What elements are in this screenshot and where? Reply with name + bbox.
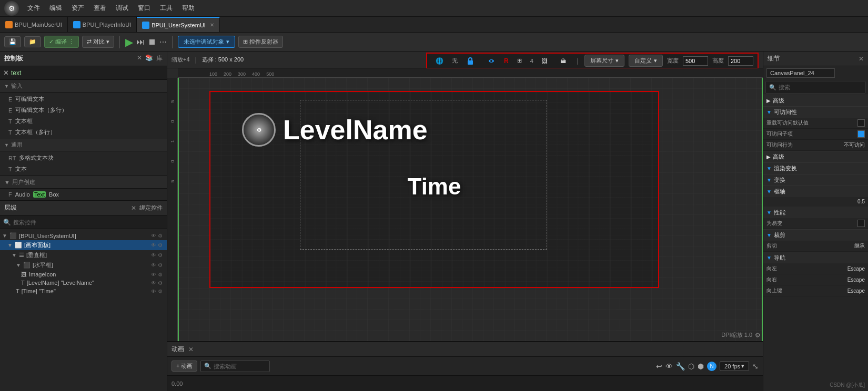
widget-textbox-multi[interactable]: T 文本框（多行） — [0, 127, 167, 138]
tab-mainuserui[interactable]: BPUI_MainUserUI — [0, 17, 68, 32]
tab-playerinfoui[interactable]: BPUI_PlayerInfoUI — [68, 17, 137, 32]
red-widget-frame[interactable]: ⚙ LevelName Time — [209, 91, 659, 288]
tree-icon-time: T — [16, 288, 19, 294]
widget-text[interactable]: T 文本 — [0, 163, 167, 174]
ctrl-btn-5[interactable]: ⬢ — [698, 362, 704, 371]
ctrl-btn-3[interactable]: 🔧 — [676, 362, 685, 371]
fps-button[interactable]: 20 fps ▾ — [720, 361, 749, 371]
play-button[interactable]: ▶ — [125, 36, 133, 48]
details-section-perf-header[interactable]: ▼ 性能 — [763, 207, 868, 218]
details-section-accessibility-header[interactable]: ▼ 可访问性 — [763, 107, 868, 118]
image-button[interactable]: 🖼 — [538, 56, 552, 66]
title-menu[interactable]: 文件 编辑 资产 查看 调试 窗口 工具 帮助 — [23, 3, 199, 14]
perf-checkbox[interactable] — [857, 220, 865, 227]
tree-actions-canvas[interactable]: 👁 ⚙ — [151, 242, 163, 248]
custom-button[interactable]: 自定义 ▾ — [629, 55, 663, 67]
tree-label-time: [Time] "Time" — [22, 288, 56, 294]
details-section-advanced-1-header[interactable]: ▶ 高级 — [763, 95, 868, 106]
tree-item-time[interactable]: T [Time] "Time" 👁 ⚙ — [0, 287, 167, 295]
menu-help[interactable]: 帮助 — [178, 3, 199, 14]
menu-assets[interactable]: 资产 — [67, 3, 88, 14]
details-close[interactable]: ✕ — [859, 55, 864, 63]
screen-size-button[interactable]: 屏幕尺寸 ▾ — [584, 55, 624, 67]
clear-icon[interactable]: ✕ — [3, 69, 9, 77]
details-section-pivot-header[interactable]: ▼ 枢轴 — [763, 186, 868, 197]
compile-dropdown[interactable]: ⋮ — [68, 38, 74, 45]
user-section-header[interactable]: ▼ 用户创建 — [0, 176, 167, 189]
tree-actions-time[interactable]: 👁 ⚙ — [151, 289, 163, 294]
widget-audio-textbox[interactable]: F Audio Text Box — [0, 190, 167, 199]
tree-item-vbox[interactable]: ▼ ☰ [垂直框] 👁 ⚙ — [0, 250, 167, 260]
widget-rich-text[interactable]: RT 多格式文本块 — [0, 152, 167, 163]
widget-textbox[interactable]: T 文本框 — [0, 116, 167, 127]
tree-item-imageicon[interactable]: 🖼 ImageIcon 👁 ⚙ — [0, 270, 167, 279]
lib-icon[interactable]: 📚 — [145, 54, 153, 63]
tree-actions-hbox[interactable]: 👁 ⚙ — [151, 262, 163, 268]
diff-dropdown[interactable]: ▾ — [106, 38, 109, 45]
step-button[interactable]: ⏭ — [136, 37, 145, 47]
more-button[interactable]: ⋯ — [159, 38, 167, 46]
acc-row-2-checkbox[interactable] — [857, 130, 865, 138]
details-section-transform-header[interactable]: ▼ 变换 — [763, 174, 868, 186]
tree-actions-root[interactable]: 👁 ⚙ — [151, 233, 163, 239]
hierarchy-close[interactable]: ✕ — [131, 204, 136, 212]
add-anim-button[interactable]: + 动画 — [171, 361, 197, 372]
compile-icon: ✓ — [49, 38, 54, 45]
tree-actions-vbox[interactable]: 👁 ⚙ — [151, 252, 163, 258]
tab-close-3[interactable]: ✕ — [210, 22, 214, 28]
expand-button[interactable]: ⤡ — [752, 362, 759, 371]
menu-debug[interactable]: 调试 — [112, 3, 133, 14]
tab-usersystemui[interactable]: BPUI_UserSystemUI ✕ — [137, 17, 220, 32]
details-section-advanced-2-header[interactable]: ▶ 高级 — [763, 151, 868, 162]
tree-arrow-vbox: ▼ — [12, 252, 17, 258]
details-search-input[interactable] — [779, 84, 862, 90]
ctrl-btn-2[interactable]: 👁 — [665, 362, 673, 371]
menu-tools[interactable]: 工具 — [156, 3, 177, 14]
anim-close[interactable]: ✕ — [188, 346, 194, 353]
menu-view[interactable]: 查看 — [89, 3, 110, 14]
menu-file[interactable]: 文件 — [23, 3, 44, 14]
lock-button[interactable] — [462, 55, 479, 67]
lib-label[interactable]: 库 — [156, 54, 163, 63]
tree-item-root[interactable]: ▼ ⬛ [BPUI_UserSystemUI] 👁 ⚙ — [0, 231, 167, 240]
acc-row-1-checkbox[interactable] — [857, 119, 865, 127]
details-section-nav-header[interactable]: ▼ 导航 — [763, 252, 868, 263]
widget-editable-text-multi[interactable]: Ē 可编辑文本（多行） — [0, 105, 167, 116]
diff-button[interactable]: ⇄ 对比 ▾ — [82, 36, 114, 48]
menu-edit[interactable]: 编辑 — [45, 3, 66, 14]
search-input[interactable] — [11, 69, 164, 77]
globe-button[interactable]: 🌐 — [431, 56, 448, 66]
tree-label-imageicon: ImageIcon — [29, 271, 56, 277]
stop-button[interactable]: ⏹ — [148, 37, 156, 47]
input-section-header[interactable]: ▼ 输入 — [0, 80, 167, 92]
details-section-render-header[interactable]: ▼ 渲染变换 — [763, 163, 868, 174]
anim-search-input[interactable] — [214, 363, 266, 369]
height-input[interactable] — [728, 56, 753, 66]
tree-actions-imageicon[interactable]: 👁 ⚙ — [151, 272, 163, 277]
width-input[interactable] — [683, 56, 708, 66]
compile-button[interactable]: ✓ 编译 ⋮ — [44, 36, 79, 48]
grid-button[interactable]: ⊞ — [513, 56, 526, 66]
widget-editable-text[interactable]: Ē 可编辑文本 — [0, 94, 167, 105]
tree-item-hbox[interactable]: ▼ ⬛ [水平框] 👁 ⚙ — [0, 260, 167, 270]
save-button[interactable]: 💾 — [4, 36, 21, 47]
dpi-gear-icon[interactable]: ⚙ — [755, 332, 761, 339]
grid-background[interactable]: ⚙ LevelName Time DPI缩放 1.0 ⚙ — [178, 78, 763, 341]
preview-button[interactable]: 未选中调试对象 ▾ — [178, 36, 235, 48]
menu-window[interactable]: 窗口 — [134, 3, 155, 14]
ctrl-btn-1[interactable]: ↩ — [656, 362, 662, 371]
reflect-button[interactable]: ⊞ 控件反射器 — [238, 36, 283, 48]
tree-item-levelname[interactable]: T [LevelName] "LevelName" 👁 ⚙ — [0, 279, 167, 287]
details-section-clip-header[interactable]: ▼ 裁剪 — [763, 230, 868, 241]
close-icon[interactable]: ✕ — [137, 54, 142, 63]
tree-item-canvas[interactable]: ▼ ⬜ [画布面板] 👁 ⚙ — [0, 240, 167, 250]
ctrl-btn-4[interactable]: ⬡ — [688, 362, 694, 371]
canvas-panel-name-input[interactable] — [766, 68, 835, 78]
eye-button[interactable] — [483, 55, 500, 67]
hierarchy-search-input[interactable] — [13, 219, 164, 225]
image2-button[interactable]: 🏔 — [556, 56, 570, 66]
open-button[interactable]: 📁 — [24, 36, 41, 47]
general-section-header[interactable]: ▼ 通用 — [0, 139, 167, 151]
hierarchy-bind[interactable]: 绑定控件 — [139, 204, 163, 212]
tree-actions-levelname[interactable]: 👁 ⚙ — [151, 280, 163, 286]
